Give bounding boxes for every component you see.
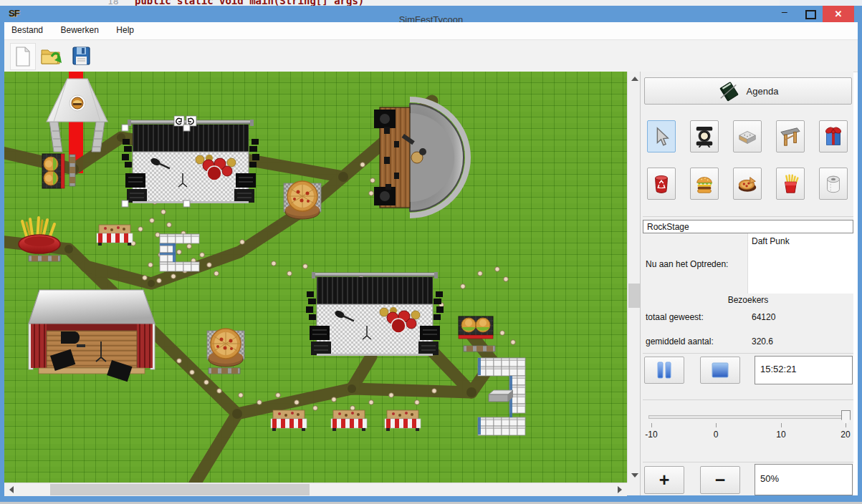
burger-stand-1[interactable] [42, 154, 64, 188]
slider-tick [651, 423, 652, 427]
pizza-table-2[interactable] [207, 329, 244, 367]
minimize-button[interactable]: – [772, 6, 797, 22]
tool-burger[interactable] [690, 168, 719, 200]
save-icon [71, 45, 91, 67]
stop-icon [711, 361, 729, 379]
slider-label-0: 0 [701, 430, 730, 440]
stage-name-field[interactable]: RockStage [643, 220, 853, 233]
tool-fries[interactable] [776, 168, 805, 200]
agenda-button[interactable]: Agenda [644, 77, 852, 105]
info-slab[interactable] [489, 390, 513, 402]
open-file-button[interactable] [39, 43, 63, 69]
section-divider [643, 462, 853, 462]
section-divider [643, 353, 853, 354]
scroll-right-icon[interactable] [618, 486, 622, 493]
horizontal-scroll-thumb[interactable] [50, 484, 310, 495]
maximize-icon [805, 10, 816, 19]
slider-tick [716, 423, 717, 427]
slider-tick [781, 423, 782, 427]
map-vertical-scrollbar[interactable] [627, 72, 641, 483]
agenda-book-icon [718, 80, 739, 102]
stop-button[interactable] [700, 357, 740, 384]
tool-stage-platform[interactable] [733, 120, 762, 152]
app-icon: SF [9, 8, 19, 19]
zoom-level-field[interactable]: 50% [755, 464, 853, 495]
shell-stage[interactable] [374, 100, 468, 215]
striped-stall-4[interactable] [385, 410, 421, 431]
rock-stage-2[interactable] [306, 272, 444, 356]
tool-toilet-paper[interactable] [819, 168, 848, 200]
tool-pizza[interactable] [733, 168, 762, 200]
visitors-average-value: 320.6 [752, 336, 773, 346]
slider-label-max: 20 [831, 430, 860, 440]
now-performing-label: Nu aan het Optreden: [646, 259, 728, 269]
save-button[interactable] [69, 43, 93, 69]
slider-label-10: 10 [767, 430, 795, 440]
code-line-number: 18 [107, 0, 119, 6]
menu-help[interactable]: Help [109, 22, 141, 35]
visitors-header: Bezoekers [643, 295, 853, 305]
scroll-down-icon[interactable] [631, 473, 638, 478]
zoom-out-button[interactable]: − [700, 466, 740, 494]
gate-icon [780, 126, 801, 147]
striped-stall-1[interactable] [97, 225, 133, 246]
visitors-total-value: 64120 [752, 312, 775, 322]
bench-2[interactable] [29, 256, 60, 261]
scrollbar-corner [627, 483, 640, 495]
menu-bar: Bestand Bewerken Help [4, 22, 858, 40]
tool-spotlight[interactable] [690, 120, 719, 152]
burger-stand-2[interactable] [459, 316, 493, 339]
section-divider [643, 216, 853, 217]
new-file-button[interactable] [10, 43, 36, 70]
zoom-in-button[interactable]: + [644, 466, 684, 494]
scroll-left-icon[interactable] [9, 486, 14, 493]
toolbar [4, 40, 858, 72]
festival-map[interactable] [4, 72, 627, 483]
bench-4[interactable] [464, 346, 495, 352]
tool-gift[interactable] [819, 120, 848, 152]
burger-icon [694, 173, 715, 195]
close-button[interactable]: ✕ [823, 6, 854, 22]
menu-bewerken[interactable]: Bewerken [54, 22, 106, 35]
desktop-background: 18 public static void main(String[] args… [0, 0, 862, 6]
clock-display: 15:52:21 [755, 356, 853, 384]
slider-tick [846, 423, 846, 427]
striped-stall-3[interactable] [331, 410, 367, 431]
map-horizontal-scrollbar[interactable] [4, 483, 627, 496]
pause-button[interactable] [644, 357, 684, 384]
tool-entrance-gate[interactable] [776, 120, 805, 152]
spotlight-icon [694, 126, 715, 147]
bench-3[interactable] [209, 368, 240, 374]
tool-trash-bin[interactable] [647, 168, 676, 200]
rock-stage-1[interactable] [122, 116, 259, 207]
section-divider [643, 399, 853, 400]
platform-icon [737, 126, 758, 147]
title-bar[interactable]: SimFestTycoon [0, 6, 862, 22]
gift-icon [823, 126, 844, 147]
background-window-edge [780, 0, 862, 6]
visitors-total-label: totaal geweest: [646, 312, 704, 322]
slider-label-min: -10 [637, 430, 666, 440]
maximize-button[interactable] [797, 6, 823, 22]
fries-icon [780, 173, 801, 195]
trash-bin-icon [651, 173, 672, 195]
visitors-average-label: gemiddeld aantal: [646, 336, 714, 346]
scroll-up-icon[interactable] [631, 77, 638, 81]
bench-1[interactable] [70, 155, 75, 186]
theater-stage[interactable] [29, 290, 155, 382]
tool-select-cursor[interactable] [647, 120, 676, 152]
open-file-icon [39, 45, 62, 67]
striped-stall-2[interactable] [271, 410, 307, 431]
menu-bestand[interactable]: Bestand [4, 22, 50, 35]
cursor-icon [651, 126, 672, 147]
pause-icon [655, 361, 674, 379]
pizza-icon [737, 173, 758, 195]
agenda-label: Agenda [747, 86, 779, 97]
background-code-text: public static void main(String[] args) [135, 0, 364, 6]
pizza-table-1[interactable] [284, 181, 321, 219]
toilet-paper-icon [823, 173, 844, 195]
speed-slider-track[interactable] [648, 415, 851, 419]
vertical-scroll-thumb[interactable] [628, 284, 640, 308]
new-file-icon [13, 46, 33, 67]
side-panel: Agenda [643, 72, 853, 495]
